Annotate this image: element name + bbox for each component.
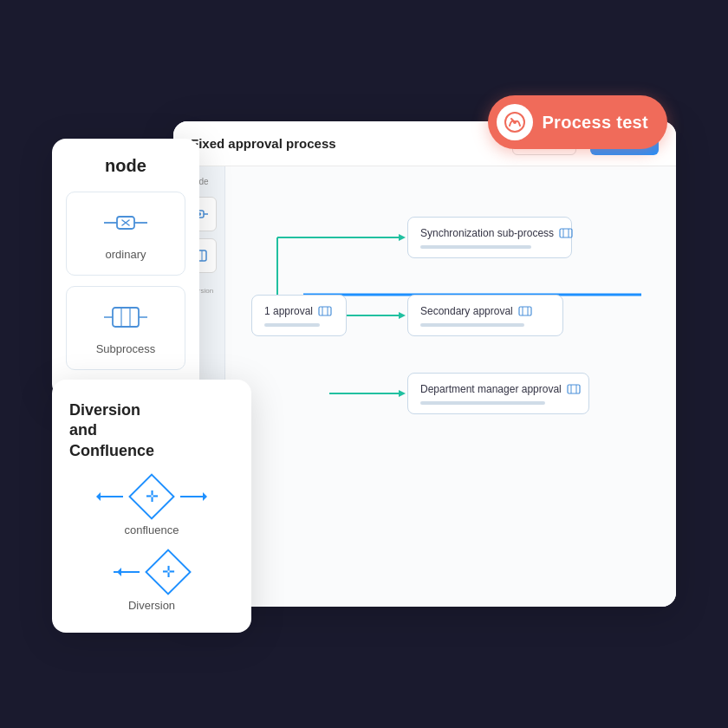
subprocess-card-label: Subprocess [96,342,156,355]
process-test-label: Process test [542,113,648,133]
svg-marker-14 [399,234,406,241]
diversion-row: ✛ [114,550,190,594]
scene: Fixed approval process Sort save [35,69,693,659]
tooltip-panel: DiversionandConfluence ✛ confluence ✛ [52,380,251,633]
process-test-icon [497,104,533,140]
svg-rect-27 [519,307,531,315]
approval1-node-title: 1 approval [264,305,313,317]
ordinary-card-label: ordinary [106,248,146,261]
ordinary-node-card[interactable]: ordinary [66,192,185,276]
node-panel-title: node [66,156,185,176]
approval1-node[interactable]: 1 approval [251,295,347,336]
secondary-approval-node[interactable]: Secondary approval [407,295,563,336]
svg-marker-19 [399,390,406,397]
confluence-row: ✛ [97,475,206,518]
subprocess-node-card[interactable]: Subprocess [66,286,185,370]
speedometer-icon [503,110,527,134]
secondary-node-bar [420,323,524,327]
approval1-node-icon [318,304,332,318]
dept-approval-node[interactable]: Department manager approval [407,373,589,414]
diversion-section: ✛ Diversion [69,550,234,612]
svg-rect-40 [113,308,139,327]
diversion-label: Diversion [128,599,175,612]
sync-node-title: Synchronization sub-process [420,227,554,239]
sync-subprocess-node[interactable]: Synchronization sub-process [407,217,572,258]
process-test-badge[interactable]: Process test [488,95,667,149]
sync-node-icon [559,226,573,240]
dept-node-title: Department manager approval [420,383,562,395]
confluence-section: ✛ confluence [69,475,234,536]
sync-node-bar [420,245,531,249]
secondary-node-icon [518,304,532,318]
dept-node-bar [420,401,545,405]
svg-marker-17 [399,312,406,319]
confluence-diamond: ✛ [130,475,173,518]
confluence-label: confluence [125,523,179,536]
ordinary-node-icon [104,206,147,241]
svg-rect-21 [560,229,572,237]
dept-node-icon [567,382,581,396]
secondary-node-title: Secondary approval [420,305,513,317]
node-panel: node ordinary [52,139,199,398]
diversion-diamond-icon: ✛ [162,562,175,582]
confluence-arrow-right [97,496,123,497]
confluence-arrow-left [180,496,206,497]
svg-rect-30 [568,385,580,393]
confluence-diamond-icon: ✛ [146,487,159,506]
main-panel-title: Fixed approval process [191,136,336,151]
diversion-arrow-left [114,571,140,573]
tooltip-section-title: DiversionandConfluence [69,400,234,461]
svg-rect-24 [319,307,331,315]
subprocess-node-icon [104,301,147,335]
diversion-diamond: ✛ [146,550,190,594]
approval1-node-bar [264,323,320,327]
